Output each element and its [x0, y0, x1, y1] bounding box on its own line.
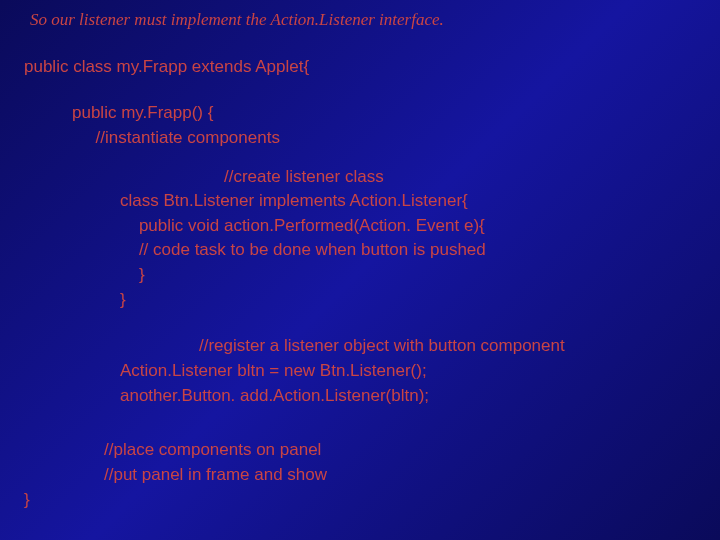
code-line: //put panel in frame and show: [104, 463, 696, 488]
code-line: another.Button. add.Action.Listener(bltn…: [120, 384, 696, 409]
code-line: }: [120, 263, 696, 288]
code-line: //place components on panel: [104, 438, 696, 463]
slide-body: So our listener must implement the Actio…: [0, 0, 720, 520]
code-line: }: [120, 288, 696, 313]
code-line: //register a listener object with button…: [199, 334, 696, 359]
code-line: //create listener class: [224, 165, 696, 190]
code-line: public my.Frapp() {: [72, 101, 696, 126]
code-line: //instantiate components: [72, 126, 696, 151]
code-line: Action.Listener bltn = new Btn.Listener(…: [120, 359, 696, 384]
code-line: // code task to be done when button is p…: [120, 238, 696, 263]
code-line: public void action.Performed(Action. Eve…: [120, 214, 696, 239]
code-line: }: [24, 488, 696, 513]
code-line: public class my.Frapp extends Applet{: [24, 55, 696, 80]
intro-text: So our listener must implement the Actio…: [30, 8, 696, 33]
code-line: class Btn.Listener implements Action.Lis…: [120, 189, 696, 214]
